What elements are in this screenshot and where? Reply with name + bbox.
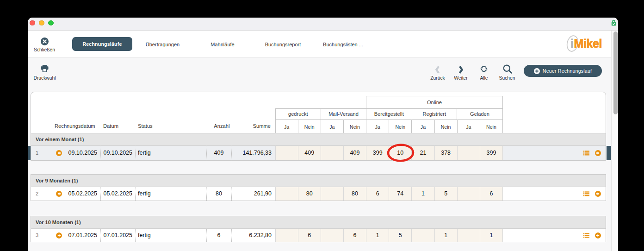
svg-text:Mikel: Mikel xyxy=(574,37,602,50)
svg-text:i: i xyxy=(570,37,574,50)
